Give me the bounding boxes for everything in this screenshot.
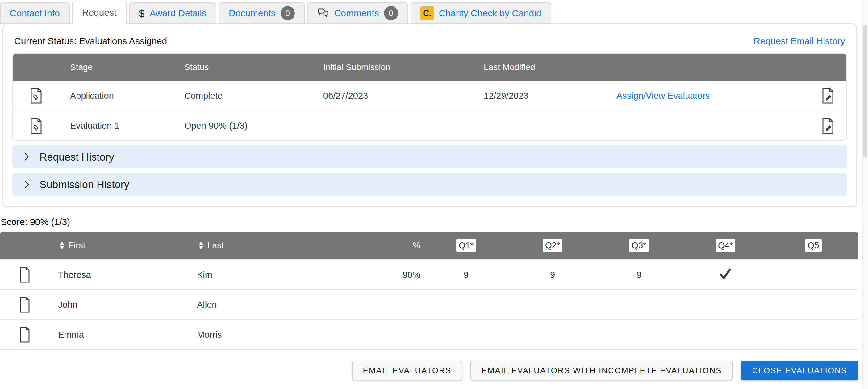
tab-label: Charity Check by Candid [439,8,541,19]
tab-label: Award Details [149,8,207,19]
stage-cell: Application [59,91,174,101]
scrollbar-thumb[interactable] [863,25,867,157]
col-header-stage: Stage [59,62,174,72]
tab-label: Documents [229,8,276,19]
tab-comments[interactable]: Comments 0 [307,2,408,24]
chevron-right-icon [21,152,31,162]
status-row: Current Status: Evaluations Assigned Req… [12,31,847,53]
current-status-text: Current Status: Evaluations Assigned [14,36,167,46]
col-header-initial-submission: Initial Submission [312,62,473,72]
q2-cell: 9 [509,270,596,280]
sort-header-last[interactable]: Last [188,240,361,250]
chevron-right-icon [21,179,31,189]
status-cell: Open 90% (1/3) [174,121,312,131]
first-name-cell: Theresa [50,270,188,280]
tab-documents[interactable]: Documents 0 [219,2,305,24]
evaluators-table-header: First Last % Q1* Q2* Q3* Q4* Q5 [0,232,858,259]
edit-file-icon[interactable] [820,87,836,104]
col-header-q4[interactable]: Q4* [715,239,735,251]
request-history-label: Request History [39,151,114,163]
table-row: John Allen [0,289,858,319]
stage-cell: Evaluation 1 [59,121,174,131]
last-name-cell: Allen [188,300,361,310]
tab-label: Request [82,7,117,18]
check-icon [719,268,732,280]
document-icon[interactable] [17,326,32,343]
document-icon[interactable] [17,296,32,313]
table-row: Emma Morris [0,319,858,349]
first-name-cell: John [50,300,188,310]
percent-cell: 90% [361,270,423,280]
table-row: Application Complete 06/27/2023 12/29/20… [13,81,846,111]
sort-icon [197,241,205,250]
document-icon[interactable] [17,266,32,283]
stage-table-header: Stage Status Initial Submission Last Mod… [13,54,846,81]
status-cell: Complete [174,91,312,101]
tab-charity-check[interactable]: C. Charity Check by Candid [410,2,551,24]
col-header-q5[interactable]: Q5 [805,239,822,251]
tab-contact-info[interactable]: Contact Info [0,2,70,24]
last-modified-cell: 12/29/2023 [473,91,606,101]
col-header-last-modified: Last Modified [473,62,606,72]
col-header-percent: % [361,240,423,250]
comments-count-badge: 0 [384,6,398,20]
tab-bar: Contact Info Request $ Award Details Doc… [0,0,868,24]
request-panel: Current Status: Evaluations Assigned Req… [2,24,857,207]
close-evaluations-button[interactable]: CLOSE EVALUATIONS [741,361,858,380]
col-header-q1[interactable]: Q1* [456,239,476,251]
candid-icon: C. [421,6,434,20]
dollar-icon: $ [139,7,145,20]
pdf-file-icon[interactable] [28,117,44,134]
tab-label: Comments [334,8,379,19]
edit-file-icon[interactable] [820,117,836,134]
tab-request[interactable]: Request [72,1,127,24]
request-email-history-link[interactable]: Request Email History [753,36,845,46]
tab-label: Contact Info [10,8,60,19]
score-label: Score: 90% (1/3) [0,217,858,227]
table-row: Evaluation 1 Open 90% (1/3) [13,111,846,140]
stage-table: Stage Status Initial Submission Last Mod… [12,53,847,141]
q3-cell: 9 [596,270,682,280]
email-evaluators-incomplete-button[interactable]: EMAIL EVALUATORS WITH INCOMPLETE EVALUAT… [470,361,733,380]
comments-icon [317,7,329,20]
first-name-cell: Emma [50,330,188,340]
q1-cell: 9 [423,270,509,280]
q4-cell [682,268,769,282]
col-header-q2[interactable]: Q2* [542,239,562,251]
last-name-cell: Morris [188,330,361,340]
table-row: Theresa Kim 90% 9 9 9 [0,259,858,289]
initial-submission-cell: 06/27/2023 [312,91,473,101]
action-buttons-row: EMAIL EVALUATORS EMAIL EVALUATORS WITH I… [0,361,858,380]
submission-history-label: Submission History [39,178,129,190]
submission-history-toggle[interactable]: Submission History [12,173,847,196]
last-name-cell: Kim [188,270,361,280]
pdf-file-icon[interactable] [28,87,44,104]
col-header-status: Status [174,62,312,72]
assign-view-evaluators-link[interactable]: Assign/View Evaluators [616,91,710,101]
evaluators-table: First Last % Q1* Q2* Q3* Q4* Q5 Theresa [0,232,858,350]
score-section: Score: 90% (1/3) First Last % Q1* Q2* Q3… [0,217,858,350]
documents-count-badge: 0 [281,6,295,20]
email-evaluators-button[interactable]: EMAIL EVALUATORS [352,361,463,380]
sort-icon [58,241,66,250]
request-history-toggle[interactable]: Request History [12,145,847,168]
tab-award-details[interactable]: $ Award Details [129,2,216,24]
scrollbar-track[interactable] [863,0,868,389]
sort-header-first[interactable]: First [50,240,188,250]
col-header-q3[interactable]: Q3* [629,239,649,251]
